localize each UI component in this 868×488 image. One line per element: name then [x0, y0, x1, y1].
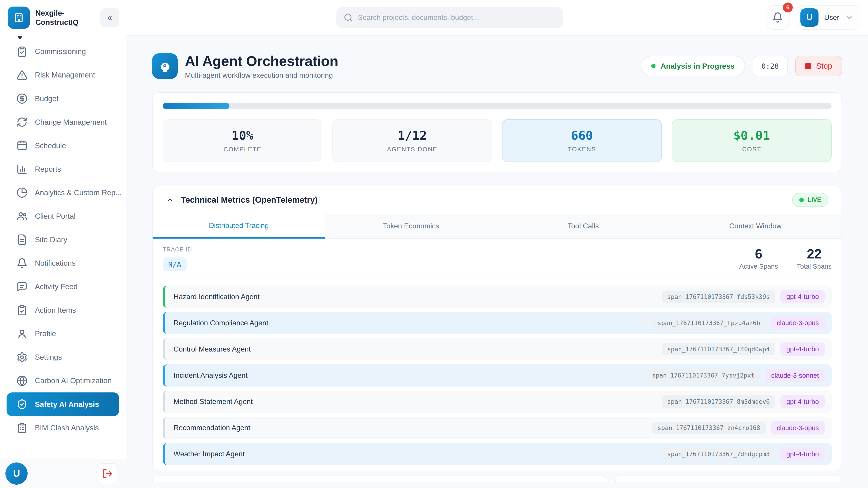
sidebar-item-label: Analytics & Custom Rep...: [35, 188, 122, 197]
telemetry-tabs: Distributed TracingToken EconomicsTool C…: [153, 214, 841, 238]
progress-bar: [163, 103, 832, 109]
sidebar-item-label: Client Portal: [35, 212, 75, 221]
message-square-icon: [17, 281, 28, 292]
user-menu[interactable]: U User: [797, 5, 860, 30]
span-row-recommendation-agent[interactable]: Recommendation Agentspan_1767110173367_z…: [163, 417, 832, 439]
sidebar-item-activity-feed[interactable]: Activity Feed: [0, 275, 126, 298]
model-badge: gpt-4-turbo: [780, 447, 825, 460]
sidebar-item-analytics-custom-rep[interactable]: Analytics & Custom Rep...: [0, 181, 126, 204]
chevron-up-icon: [166, 196, 174, 204]
building-icon: [13, 12, 24, 23]
users-icon: [17, 210, 28, 222]
span-row-incident-analysis-agent[interactable]: Incident Analysis Agentspan_176711017336…: [163, 364, 832, 387]
sidebar-item-label: Notifications: [35, 259, 75, 267]
sidebar-item-notifications[interactable]: Notifications: [0, 252, 126, 275]
logout-button[interactable]: [97, 463, 118, 484]
sidebar-item-risk-management[interactable]: Risk Management: [0, 63, 126, 87]
metric-label: COST: [742, 146, 761, 153]
agent-name: Method Statement Agent: [174, 397, 253, 406]
notifications-button[interactable]: 6: [766, 5, 790, 30]
calendar-icon: [17, 140, 28, 151]
tab-token-economics[interactable]: Token Economics: [325, 214, 497, 238]
sidebar-item-action-items[interactable]: Action Items: [0, 298, 126, 322]
stat-label: Total Spans: [797, 263, 832, 270]
topbar-actions: 6 U User: [766, 5, 860, 30]
span-row-meta: span_1767110173367_fds53k39sgpt-4-turbo: [662, 290, 825, 303]
agent-name: Hazard Identification Agent: [174, 293, 259, 301]
stop-label: Stop: [816, 62, 832, 70]
span-row-meta: span_1767110173367_7ysvj2pxtclaude-3-son…: [647, 369, 825, 382]
telemetry-title: Technical Metrics (OpenTelemetry): [181, 195, 318, 205]
telemetry-card: Technical Metrics (OpenTelemetry) LIVE D…: [152, 186, 842, 471]
sidebar-item-client-portal[interactable]: Client Portal: [0, 204, 126, 228]
metric-label: COMPLETE: [223, 146, 261, 153]
span-row-hazard-identification-agent[interactable]: Hazard Identification Agentspan_17671101…: [163, 286, 832, 308]
clipboard-list-icon: [17, 422, 28, 433]
sidebar-item-commissioning[interactable]: Commissioning: [0, 40, 126, 63]
sidebar-item-label: Carbon AI Optimization: [35, 377, 112, 385]
search-bar[interactable]: [336, 7, 563, 28]
sidebar-item-schedule[interactable]: Schedule: [0, 134, 126, 158]
stat-active-spans: 6Active Spans: [739, 246, 778, 270]
telemetry-header[interactable]: Technical Metrics (OpenTelemetry) LIVE: [153, 186, 841, 214]
chevrons-left-icon: «: [107, 13, 112, 22]
ai-head-icon: [152, 53, 178, 79]
stop-button[interactable]: Stop: [795, 56, 842, 76]
sidebar-item-site-diary[interactable]: Site Diary: [0, 228, 126, 252]
metric-label: TOKENS: [568, 146, 596, 153]
span-row-regulation-compliance-agent[interactable]: Regulation Compliance Agentspan_17671101…: [163, 312, 832, 334]
sidebar-item-safety-ai-analysis[interactable]: Safety AI Analysis: [6, 392, 119, 416]
stat-label: Active Spans: [739, 263, 778, 270]
page-content: AI Agent Orchestration Multi-agent workf…: [126, 35, 868, 488]
sidebar-footer: U: [0, 459, 126, 488]
app-logo: [8, 6, 30, 29]
sidebar-nav: CommissioningRisk ManagementBudgetChange…: [0, 35, 126, 459]
sidebar-item-label: BIM Clash Analysis: [35, 424, 99, 432]
chevron-down-icon: [845, 13, 853, 22]
span-stats: 6Active Spans22Total Spans: [739, 246, 832, 270]
notification-badge: 6: [783, 2, 793, 12]
sidebar-item-change-management[interactable]: Change Management: [0, 110, 126, 134]
sidebar-item-bim-clash-analysis[interactable]: BIM Clash Analysis: [0, 416, 126, 440]
sidebar-item-settings[interactable]: Settings: [0, 346, 126, 369]
sidebar-item-budget[interactable]: Budget: [0, 87, 126, 110]
search-input[interactable]: [358, 13, 556, 22]
globe-icon: [17, 375, 28, 386]
span-id-chip: span_1767110173367_7dhdgcpm3: [662, 448, 775, 460]
progress-fill: [163, 103, 230, 109]
sidebar-item-profile[interactable]: Profile: [0, 322, 126, 346]
span-row-control-measures-agent[interactable]: Control Measures Agentspan_1767110173367…: [163, 338, 832, 360]
sidebar-clipped-item: [0, 35, 126, 40]
span-row-method-statement-agent[interactable]: Method Statement Agentspan_1767110173367…: [163, 391, 832, 413]
stop-square-icon: [805, 63, 811, 69]
sidebar-item-carbon-ai-optimization[interactable]: Carbon AI Optimization: [0, 369, 126, 392]
circle-dollar-icon: [17, 93, 28, 104]
sidebar-collapse-button[interactable]: «: [100, 8, 119, 27]
metric-card-complete: 10%COMPLETE: [163, 119, 322, 162]
refresh-icon: [17, 117, 28, 128]
agent-name: Incident Analysis Agent: [174, 371, 248, 380]
metric-value: 660: [571, 128, 593, 142]
model-badge: claude-3-opus: [771, 316, 825, 329]
sidebar-item-reports[interactable]: Reports: [0, 158, 126, 181]
tab-context-window[interactable]: Context Window: [669, 214, 842, 238]
pie-chart-icon: [17, 187, 28, 198]
agent-name: Regulation Compliance Agent: [174, 319, 268, 327]
clipboard-check-icon: [17, 46, 28, 57]
sidebar-header: Nexgile-ConstructIQ «: [0, 0, 126, 35]
span-row-meta: span_1767110173367_t40qd0wp4gpt-4-turbo: [662, 343, 825, 356]
progress-card: 10%COMPLETE1/12AGENTS DONE660TOKENS$0.01…: [152, 92, 842, 172]
user-name: User: [824, 13, 839, 22]
span-row-meta: span_1767110173367_7dhdgcpm3gpt-4-turbo: [662, 447, 825, 460]
sidebar-item-label: Action Items: [35, 306, 76, 315]
trace-section: TRACE ID N/A 6Active Spans22Total Spans: [163, 245, 832, 279]
span-row-weather-impact-agent[interactable]: Weather Impact Agentspan_1767110173367_7…: [163, 443, 832, 465]
tab-distributed-tracing[interactable]: Distributed Tracing: [153, 214, 325, 238]
metric-card-cost: $0.01COST: [672, 119, 832, 162]
tab-tool-calls[interactable]: Tool Calls: [497, 214, 669, 238]
head-gear-icon: [158, 59, 172, 73]
span-row-meta: span_1767110173367_8m3dmqev6gpt-4-turbo: [662, 395, 825, 408]
chevron-down-icon: [17, 36, 23, 40]
clipboard-check-icon: [17, 305, 28, 316]
metric-value: 1/12: [398, 128, 427, 142]
